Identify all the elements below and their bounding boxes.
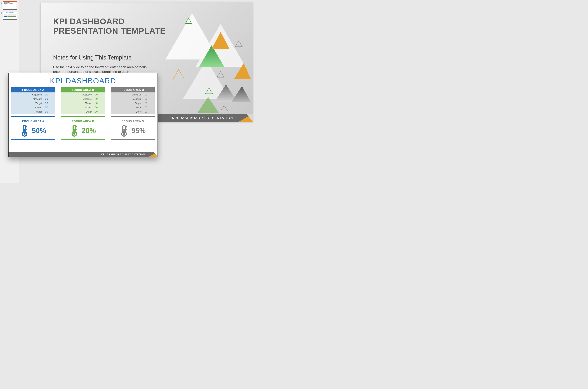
slide-thumbnail-1[interactable]: 1 KPI DASHBOARDPRESENTATION TEMPLATE Not…	[1, 1, 18, 10]
dashboard-title[interactable]: KPI DASHBOARD	[8, 73, 158, 87]
table-row[interactable]: Objective 00	[11, 93, 55, 97]
row-value[interactable]: 00	[45, 106, 50, 109]
focus-area-header[interactable]: FOCUS AREA A	[11, 87, 55, 93]
focus-area-metric: 50%	[11, 124, 55, 138]
svg-marker-7	[173, 69, 184, 79]
slide-thumbnail-preview[interactable]: KPI DASHBOARDPRESENTATION TEMPLATE Notes…	[3, 1, 17, 10]
svg-rect-18	[24, 129, 25, 133]
table-row[interactable]: Invites 00	[111, 105, 155, 110]
focus-area-table: Objective 00 Measure 00 Target 00 Invite…	[111, 93, 155, 114]
svg-rect-32	[123, 129, 125, 133]
slide-thumbnail-preview[interactable]: KPI DASHBOARD	[3, 12, 17, 20]
table-row[interactable]: Other 00	[11, 110, 55, 114]
svg-marker-14	[206, 88, 212, 94]
focus-area-percentage[interactable]: 20%	[82, 127, 96, 135]
svg-rect-25	[73, 129, 75, 133]
row-label: Target	[113, 102, 145, 104]
row-label: Target	[13, 102, 45, 104]
column-separator	[108, 87, 108, 153]
footer-accent-icon	[239, 114, 253, 122]
svg-marker-5	[212, 32, 230, 49]
table-row[interactable]: Invites 00	[11, 105, 55, 110]
slide-thumbnail-2[interactable]: 2 KPI DASHBOARD	[1, 12, 18, 20]
row-label: Other	[113, 110, 145, 113]
focus-area-table: Objective 00 Measure 00 Target 00 Invite…	[61, 93, 105, 114]
row-value[interactable]: 00	[95, 110, 100, 113]
row-value[interactable]: 00	[95, 106, 100, 109]
row-label: Target	[63, 102, 95, 104]
row-label: Objective	[113, 93, 145, 96]
row-label: Measure	[113, 97, 145, 100]
svg-marker-4	[197, 97, 219, 113]
focus-area-metric: 95%	[111, 124, 155, 138]
focus-area-column-a: FOCUS AREA A Objective 00 Measure 00 Tar…	[11, 87, 55, 153]
table-row[interactable]: Other 00	[111, 110, 155, 114]
table-row[interactable]: Objective 00	[61, 93, 105, 97]
table-row[interactable]: Measure 00	[111, 97, 155, 101]
dashboard-columns: FOCUS AREA A Objective 00 Measure 00 Tar…	[8, 87, 158, 153]
svg-marker-1	[196, 24, 245, 67]
row-value[interactable]: 00	[95, 93, 100, 96]
slide-footer-bar: KPI DASHBOARD PRESENTATION	[8, 152, 158, 157]
svg-marker-9	[231, 86, 251, 102]
focus-area-label: FOCUS AREA B	[61, 117, 105, 124]
svg-marker-6	[234, 63, 251, 79]
row-value[interactable]: 00	[145, 102, 150, 104]
svg-marker-2	[183, 60, 230, 99]
row-value[interactable]: 00	[145, 93, 150, 96]
row-value[interactable]: 00	[145, 97, 150, 100]
focus-area-header[interactable]: FOCUS AREA C	[111, 87, 155, 93]
focus-area-percentage[interactable]: 95%	[131, 127, 146, 135]
thermometer-icon	[120, 124, 128, 137]
column-separator	[58, 87, 58, 153]
table-row[interactable]: Objective 00	[111, 93, 155, 97]
thermometer-icon	[70, 124, 78, 137]
focus-area-table: Objective 00 Measure 00 Target 00 Invite…	[11, 93, 55, 114]
table-row[interactable]: Other 00	[61, 110, 105, 114]
row-label: Invites	[13, 106, 45, 109]
row-value[interactable]: 00	[45, 93, 50, 96]
slide-subtitle[interactable]: Notes for Using This Template	[53, 54, 132, 61]
row-value[interactable]: 00	[95, 102, 100, 104]
slide-2-overlay-card[interactable]: KPI DASHBOARD FOCUS AREA A Objective 00 …	[8, 73, 158, 157]
row-value[interactable]: 00	[95, 97, 100, 100]
focus-area-metric: 20%	[61, 124, 105, 138]
row-label: Invites	[113, 106, 145, 109]
table-row[interactable]: Measure 00	[11, 97, 55, 101]
slide-title[interactable]: KPI DASHBOARD PRESENTATION TEMPLATE	[53, 17, 166, 36]
row-value[interactable]: 00	[145, 106, 150, 109]
row-label: Other	[63, 110, 95, 113]
focus-area-header[interactable]: FOCUS AREA B	[61, 87, 105, 93]
title-line-1: KPI DASHBOARD	[53, 17, 125, 26]
table-row[interactable]: Target 00	[61, 101, 105, 105]
table-row[interactable]: Invites 00	[61, 105, 105, 110]
table-row[interactable]: Measure 00	[61, 97, 105, 101]
footer-accent-icon	[149, 152, 158, 157]
slide-footer-text: KPI DASHBOARD PRESENTATION	[172, 116, 233, 120]
svg-marker-8	[214, 84, 238, 102]
title-line-2: PRESENTATION TEMPLATE	[53, 26, 166, 35]
row-label: Invites	[63, 106, 95, 109]
svg-marker-10	[185, 18, 192, 24]
slide-thumbnail-number: 1	[1, 1, 3, 4]
row-value[interactable]: 00	[45, 102, 50, 104]
row-value[interactable]: 00	[45, 110, 50, 113]
row-value[interactable]: 00	[145, 110, 150, 113]
row-label: Measure	[63, 97, 95, 100]
svg-marker-0	[165, 13, 219, 60]
focus-area-label: FOCUS AREA C	[111, 117, 155, 124]
divider-bar	[11, 139, 55, 140]
row-label: Objective	[63, 93, 95, 96]
focus-area-column-c: FOCUS AREA C Objective 00 Measure 00 Tar…	[111, 87, 155, 153]
table-row[interactable]: Target 00	[11, 101, 55, 105]
slide-footer-text: KPI DASHBOARD PRESENTATION	[101, 153, 145, 156]
divider-bar	[61, 139, 105, 140]
thermometer-icon	[21, 124, 29, 137]
slide-thumbnail-number: 2	[1, 12, 3, 14]
row-value[interactable]: 00	[45, 97, 50, 100]
divider-bar	[111, 139, 155, 140]
focus-area-percentage[interactable]: 50%	[32, 127, 46, 135]
table-row[interactable]: Target 00	[111, 101, 155, 105]
row-label: Measure	[13, 97, 45, 100]
svg-marker-13	[221, 105, 228, 111]
